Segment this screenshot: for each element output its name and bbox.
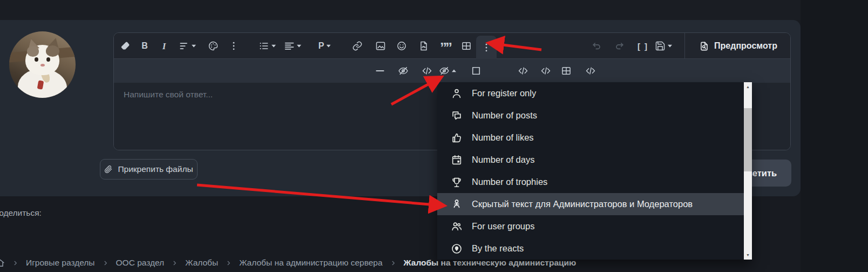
user-key-icon	[451, 198, 463, 210]
menu-scrollbar[interactable]: ▲▼	[744, 82, 752, 260]
align-left-icon	[284, 41, 295, 51]
menu-item-label: Number of days	[472, 155, 534, 165]
menu-item-label: Number of trophies	[472, 177, 547, 187]
insert-list-button[interactable]	[256, 37, 278, 55]
menu-item-number-of-posts[interactable]: Number of posts	[437, 104, 752, 127]
scrollbar-down-arrow[interactable]: ▼	[744, 250, 752, 260]
insert-image-button[interactable]	[373, 37, 388, 55]
remove-format-button[interactable]	[118, 37, 133, 55]
menu-item-for-register-only[interactable]: For register only	[437, 82, 752, 104]
caret-down-icon	[192, 44, 196, 48]
font-size-button[interactable]	[177, 37, 198, 55]
code-block-button[interactable]	[538, 62, 553, 80]
menu-item-for-user-groups[interactable]: For user groups	[437, 215, 752, 237]
paragraph-format-button[interactable]: P	[316, 37, 333, 55]
insert-link-button[interactable]	[350, 37, 365, 55]
paragraph-icon: P	[318, 42, 324, 50]
scrollbar-up-arrow[interactable]: ▲	[744, 82, 752, 91]
cat-eye-left	[35, 57, 38, 62]
bold-icon: B	[141, 42, 148, 50]
insert-table-button[interactable]	[459, 37, 474, 55]
inline-code-button[interactable]	[516, 62, 531, 80]
eye-off-icon	[398, 65, 409, 76]
page-background-right	[801, 0, 868, 272]
menu-item-number-of-likes[interactable]: Number of likes	[437, 127, 752, 149]
avatar[interactable]	[9, 31, 76, 98]
undo-button[interactable]	[589, 37, 605, 55]
breadcrumb-link[interactable]: ООС раздел	[116, 258, 165, 268]
italic-button[interactable]: I	[160, 37, 168, 55]
breadcrumb-link[interactable]: Жалобы	[185, 258, 218, 268]
minus-icon	[375, 65, 385, 76]
menu-item-label: By the reacts	[472, 243, 524, 254]
ellipsis-v-icon	[481, 42, 492, 53]
calendar-icon	[451, 154, 463, 166]
undo-icon	[592, 41, 602, 51]
menu-item-by-the-reacts[interactable]: By the reacts	[437, 237, 752, 260]
chevron-right-icon	[172, 260, 178, 266]
smile-icon	[396, 41, 407, 51]
menu-item-label: For register only	[472, 88, 536, 98]
code-icon	[518, 65, 528, 76]
php-code-button[interactable]	[583, 62, 598, 80]
caret-up-icon	[452, 69, 456, 72]
code-button[interactable]	[419, 62, 435, 80]
insert-quote-button[interactable]: ””	[438, 37, 453, 55]
preview-document-icon	[699, 41, 709, 51]
menu-item-label: Number of likes	[472, 132, 534, 143]
breadcrumb-link[interactable]: Игровые разделы	[26, 258, 95, 268]
more-text-tools-button[interactable]	[226, 37, 241, 55]
menu-item-hidden-text-admins-mods[interactable]: Скрытый текст для Администраторов и Моде…	[437, 193, 752, 215]
posts-icon	[451, 110, 463, 122]
save-icon	[655, 41, 666, 51]
react-icon	[451, 243, 463, 255]
bold-button[interactable]: B	[139, 37, 150, 55]
chevron-right-icon	[103, 260, 109, 266]
caret-down-icon	[297, 44, 301, 48]
link-icon	[352, 41, 363, 51]
preview-label: Предпросмотр	[714, 41, 777, 51]
spoiler-button[interactable]	[469, 62, 484, 80]
editor-toolbar-insert	[114, 59, 790, 83]
list-icon	[259, 41, 269, 51]
menu-item-number-of-trophies[interactable]: Number of trophies	[437, 171, 752, 193]
redo-button[interactable]	[612, 37, 627, 55]
menu-item-label: Number of posts	[472, 110, 537, 121]
preview-button[interactable]: Предпросмотр	[685, 33, 791, 59]
attach-files-button[interactable]: Прикрепить файлы	[100, 159, 198, 180]
chevron-right-icon	[226, 260, 232, 266]
breadcrumb-link[interactable]: Жалобы на администрацию сервера	[239, 258, 382, 268]
palette-icon	[208, 41, 219, 51]
home-icon[interactable]	[0, 258, 5, 268]
toggle-bbcode-button[interactable]: [ ]	[635, 37, 650, 55]
eye-off-icon	[439, 65, 450, 76]
menu-item-number-of-days[interactable]: Number of days	[437, 149, 752, 171]
more-options-button[interactable]	[476, 36, 497, 59]
save-draft-button[interactable]	[653, 37, 674, 55]
users-icon	[451, 221, 463, 233]
eraser-icon	[120, 41, 131, 51]
scrollbar-thumb[interactable]	[744, 108, 752, 171]
editor-placeholder: Напишите свой ответ...	[124, 90, 213, 99]
hide-options-button[interactable]	[437, 62, 458, 80]
text-align-button[interactable]	[282, 37, 303, 55]
cat-fur-patch	[46, 45, 60, 57]
code-icon	[585, 65, 596, 76]
insert-table-2-button[interactable]	[559, 62, 574, 80]
menu-item-label: Скрытый текст для Администраторов и Моде…	[472, 199, 693, 209]
menu-item-label: For user groups	[472, 221, 534, 231]
quote-icon: ””	[440, 42, 451, 50]
image-icon	[375, 41, 386, 51]
text-color-button[interactable]	[206, 37, 221, 55]
code-icon	[422, 65, 432, 76]
chevron-right-icon	[12, 260, 18, 266]
chevron-right-icon	[390, 260, 396, 266]
insert-emoji-button[interactable]	[394, 37, 409, 55]
hide-button[interactable]	[396, 62, 411, 80]
horizontal-line-button[interactable]	[372, 62, 388, 80]
font-size-icon	[179, 41, 189, 51]
caret-down-icon	[272, 44, 276, 48]
insert-media-button[interactable]	[416, 37, 431, 55]
ellipsis-v-icon	[228, 41, 239, 51]
share-label: Поделиться:	[0, 208, 42, 218]
